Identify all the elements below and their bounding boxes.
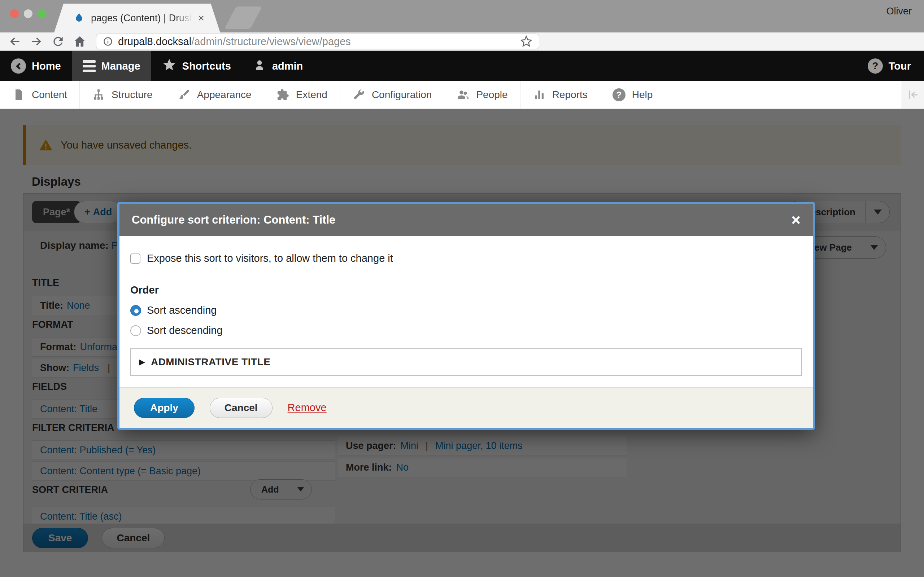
apply-button[interactable]: Apply bbox=[134, 398, 195, 418]
menu-item-extend[interactable]: Extend bbox=[264, 81, 340, 108]
hamburger-icon bbox=[82, 60, 96, 72]
url-text: drupal8.docksal/admin/structure/views/vi… bbox=[118, 36, 351, 48]
expose-sort-checkbox[interactable] bbox=[130, 253, 141, 264]
close-icon[interactable]: × bbox=[791, 212, 801, 228]
tab-title: pages (Content) | Drush Site-In bbox=[91, 13, 192, 24]
browser-address-bar: drupal8.docksal/admin/structure/views/vi… bbox=[0, 32, 924, 51]
toolbar-item-home[interactable]: Home bbox=[0, 51, 72, 81]
dialog-body: Expose this sort to visitors, to allow t… bbox=[120, 236, 813, 387]
url-bar[interactable]: drupal8.docksal/admin/structure/views/vi… bbox=[96, 34, 539, 49]
menu-item-appearance[interactable]: Appearance bbox=[165, 81, 264, 108]
toolbar-item-shortcuts[interactable]: Shortcuts bbox=[151, 51, 242, 81]
zoom-window-button[interactable] bbox=[37, 10, 46, 18]
drupal-favicon-icon bbox=[73, 12, 85, 24]
menu-item-structure[interactable]: Structure bbox=[80, 81, 165, 108]
sort-ascending-radio[interactable] bbox=[130, 305, 141, 316]
puzzle-icon bbox=[276, 89, 289, 102]
wrench-icon bbox=[352, 89, 365, 102]
expose-sort-label: Expose this sort to visitors, to allow t… bbox=[147, 253, 393, 264]
collapse-toolbar-button[interactable] bbox=[901, 81, 924, 108]
dialog-title: Configure sort criterion: Content: Title bbox=[132, 213, 335, 226]
menu-item-help[interactable]: ? Help bbox=[600, 81, 666, 108]
browser-tab-bar: pages (Content) | Drush Site-In × Oliver bbox=[0, 0, 924, 32]
people-icon bbox=[457, 89, 470, 102]
bookmark-star-icon[interactable] bbox=[520, 35, 532, 48]
drupal-admin-menu: Content Structure Appearance Extend Conf… bbox=[0, 81, 924, 109]
order-label: Order bbox=[130, 284, 159, 296]
paintbrush-icon bbox=[178, 89, 191, 102]
minimize-window-button[interactable] bbox=[24, 10, 32, 18]
administrative-title-details[interactable]: ▶ ADMINISTRATIVE TITLE bbox=[130, 348, 802, 376]
page-icon bbox=[12, 89, 25, 102]
bar-chart-icon bbox=[533, 89, 546, 102]
remove-link[interactable]: Remove bbox=[288, 402, 327, 414]
url-path: /admin/structure/views/view/pages bbox=[191, 36, 351, 47]
browser-profile-name[interactable]: Oliver bbox=[886, 6, 912, 17]
close-window-button[interactable] bbox=[10, 10, 19, 18]
expose-sort-row: Expose this sort to visitors, to allow t… bbox=[130, 253, 393, 264]
toolbar-item-admin[interactable]: admin bbox=[242, 51, 313, 81]
configure-sort-dialog: Configure sort criterion: Content: Title… bbox=[117, 202, 815, 430]
browser-tab[interactable]: pages (Content) | Drush Site-In × bbox=[54, 3, 220, 32]
star-icon bbox=[162, 58, 176, 75]
menu-item-reports[interactable]: Reports bbox=[520, 81, 600, 108]
dialog-footer: Apply Cancel Remove bbox=[120, 387, 813, 428]
toolbar-item-manage[interactable]: Manage bbox=[72, 51, 151, 81]
sort-descending-radio[interactable] bbox=[130, 325, 141, 336]
sort-ascending-row: Sort ascending bbox=[130, 305, 216, 316]
screen: pages (Content) | Drush Site-In × Oliver… bbox=[0, 0, 924, 577]
help-icon: ? bbox=[612, 89, 625, 102]
sort-descending-row: Sort descending bbox=[130, 324, 223, 337]
menu-item-content[interactable]: Content bbox=[0, 81, 80, 108]
url-host: drupal8.docksal bbox=[118, 36, 191, 47]
home-icon[interactable] bbox=[73, 35, 87, 48]
drupal-admin-toolbar: Home Manage Shortcuts admin ? Tour bbox=[0, 51, 924, 81]
menu-item-configuration[interactable]: Configuration bbox=[340, 81, 445, 108]
collapse-left-icon bbox=[907, 89, 920, 102]
menu-item-people[interactable]: People bbox=[444, 81, 520, 108]
user-icon bbox=[253, 58, 267, 74]
site-info-icon[interactable] bbox=[103, 36, 113, 47]
dialog-cancel-button[interactable]: Cancel bbox=[210, 398, 273, 418]
new-tab-button[interactable] bbox=[225, 6, 262, 29]
sitemap-icon bbox=[92, 89, 105, 102]
dialog-header: Configure sort criterion: Content: Title… bbox=[120, 204, 813, 236]
forward-icon[interactable] bbox=[30, 35, 43, 48]
back-icon[interactable] bbox=[8, 35, 22, 48]
toolbar-item-tour[interactable]: ? Tour bbox=[855, 51, 924, 81]
caret-right-icon: ▶ bbox=[139, 357, 145, 367]
back-to-site-icon bbox=[11, 58, 26, 74]
tab-close-icon[interactable]: × bbox=[198, 13, 204, 23]
reload-icon[interactable] bbox=[51, 35, 65, 48]
question-icon: ? bbox=[868, 58, 883, 74]
